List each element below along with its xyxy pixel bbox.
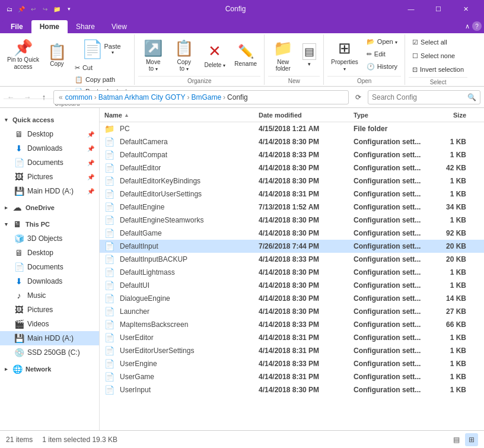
- sidebar-item-mainhdd-qa[interactable]: 💾 Main HDD (A:) 📌: [0, 184, 99, 198]
- sidebar-item-downloads-qa[interactable]: ⬇ Downloads 📌: [0, 141, 99, 155]
- new-folder-quick-icon[interactable]: 📁: [52, 4, 62, 14]
- search-box[interactable]: 🔍: [368, 90, 480, 104]
- table-row[interactable]: 📄 DefaultEngineSteamworks 4/14/2018 8:30…: [100, 214, 484, 227]
- undo-icon[interactable]: ↩: [28, 4, 38, 14]
- pin-button[interactable]: 📌 Pin to Quickaccess: [4, 36, 43, 75]
- paste-button[interactable]: 📄 Paste ▾: [71, 36, 130, 62]
- file-rows-container: 📁 PC 4/15/2018 1:21 AM File folder 📄 Def…: [100, 122, 484, 396]
- file-date: 4/14/2018 8:30 PM: [259, 307, 354, 316]
- table-row[interactable]: 📄 UserEngine 4/14/2018 8:33 PM Configura…: [100, 357, 484, 370]
- redo-icon[interactable]: ↪: [40, 4, 50, 14]
- tab-share[interactable]: Share: [68, 20, 103, 33]
- tab-file[interactable]: File: [2, 20, 31, 33]
- copy-button[interactable]: 📋 Copy: [44, 36, 70, 75]
- sidebar-section-onedrive[interactable]: ▸ ☁ OneDrive: [0, 201, 99, 215]
- table-row[interactable]: 📄 DefaultCompat 4/14/2018 8:33 PM Config…: [100, 148, 484, 161]
- sidebar-item-documents-qa[interactable]: 📄 Documents 📌: [0, 155, 99, 170]
- forward-button[interactable]: →: [20, 90, 34, 104]
- table-row[interactable]: 📁 PC 4/15/2018 1:21 AM File folder: [100, 122, 484, 135]
- table-row[interactable]: 📄 DefaultGame 4/14/2018 8:30 PM Configur…: [100, 227, 484, 240]
- maximize-button[interactable]: ☐: [425, 0, 452, 18]
- select-all-button[interactable]: ☑ Select all: [409, 36, 467, 49]
- edit-button[interactable]: ✏ Edit: [363, 48, 401, 60]
- downloads2-label: Downloads: [27, 277, 62, 285]
- properties-button[interactable]: ⊞ Properties▾: [327, 36, 362, 75]
- large-icons-view-button[interactable]: ⊞: [465, 433, 478, 446]
- invert-selection-button[interactable]: ⊡ Invert selection: [409, 63, 467, 76]
- sidebar-item-music[interactable]: ♪ Music: [0, 288, 99, 303]
- rename-button[interactable]: ✏️ Rename: [231, 36, 260, 75]
- details-view-button[interactable]: ▤: [450, 433, 463, 446]
- minimize-button[interactable]: —: [397, 0, 425, 18]
- table-row[interactable]: 📄 UserEditorUserSettings 4/14/2018 8:31 …: [100, 344, 484, 357]
- sidebar-section-quick-access[interactable]: ▾ Quick access: [0, 113, 99, 127]
- ribbon-group-open: ⊞ Properties▾ 📂 Open ▾ ✏ Edit 🕐 History …: [324, 34, 405, 85]
- table-row[interactable]: 📄 DialogueEngine 4/14/2018 8:30 PM Confi…: [100, 292, 484, 305]
- table-row[interactable]: 📄 UserInput 4/14/2018 8:30 PM Configurat…: [100, 383, 484, 396]
- col-header-date[interactable]: Date modified: [259, 112, 354, 119]
- table-row[interactable]: 📄 DefaultEditorUserSettings 4/14/2018 8:…: [100, 188, 484, 201]
- sidebar-item-desktop-pc[interactable]: 🖥 Desktop: [0, 246, 99, 260]
- table-row[interactable]: 📄 DefaultLightmass 4/14/2018 8:30 PM Con…: [100, 266, 484, 279]
- sidebar: ▾ Quick access 🖥 Desktop 📌 ⬇ Downloads 📌…: [0, 108, 100, 430]
- sidebar-item-pictures-qa[interactable]: 🖼 Pictures 📌: [0, 170, 99, 184]
- up-button[interactable]: ↑: [37, 90, 51, 104]
- table-row[interactable]: 📄 DefaultUI 4/14/2018 8:30 PM Configurat…: [100, 279, 484, 292]
- col-header-size[interactable]: Size: [431, 112, 466, 119]
- sidebar-item-ssd[interactable]: 💿 SSD 250GB (C:): [0, 345, 99, 360]
- file-name-cell: 📄 DefaultCompat: [104, 150, 259, 160]
- ribbon-group-new: 📁 Newfolder ▤ ▾ New: [265, 34, 324, 85]
- table-row[interactable]: 📄 DefaultEditorKeyBindings 4/14/2018 8:3…: [100, 174, 484, 188]
- close-button[interactable]: ✕: [452, 0, 479, 18]
- col-header-type[interactable]: Type: [354, 112, 431, 119]
- back-button[interactable]: ←: [4, 90, 18, 104]
- select-none-button[interactable]: ☐ Select none: [409, 49, 467, 62]
- sidebar-item-pictures-pc[interactable]: 🖼 Pictures: [0, 303, 99, 317]
- tab-view[interactable]: View: [103, 20, 135, 33]
- table-row[interactable]: 📄 DefaultEditor 4/14/2018 8:30 PM Config…: [100, 161, 484, 174]
- file-list-area[interactable]: Name ▲ Date modified Type Size 📁 PC 4/15…: [100, 108, 484, 430]
- file-type: Configuration sett...: [354, 373, 431, 381]
- col-header-name[interactable]: Name ▲: [104, 112, 259, 119]
- pin-indicator: 📌: [87, 131, 94, 138]
- table-row[interactable]: 📄 DefaultEngine 7/13/2018 1:52 AM Config…: [100, 201, 484, 214]
- help-icon[interactable]: ?: [472, 21, 482, 31]
- ssd-label: SSD 250GB (C:): [27, 348, 80, 357]
- ribbon-collapse-icon[interactable]: ∧: [465, 23, 470, 30]
- table-row[interactable]: 📄 DefaultCamera 4/14/2018 8:30 PM Config…: [100, 135, 484, 148]
- sidebar-item-videos[interactable]: 🎬 Videos: [0, 317, 99, 331]
- delete-button[interactable]: ✕ Delete ▾: [200, 36, 230, 75]
- open-button[interactable]: 📂 Open ▾: [363, 36, 401, 47]
- breadcrumb-batman[interactable]: Batman Arkham City GOTY: [98, 93, 186, 101]
- sidebar-item-downloads-pc[interactable]: ⬇ Downloads: [0, 274, 99, 288]
- sidebar-item-mainhdd-pc[interactable]: 💾 Main HDD (A:): [0, 331, 99, 345]
- new-folder-button[interactable]: 📁 Newfolder: [268, 36, 298, 75]
- breadcrumb-common[interactable]: common: [65, 93, 93, 101]
- move-to-button[interactable]: ↗️ Moveto ▾: [138, 36, 168, 75]
- sidebar-section-thispc[interactable]: ▾ 🖥 This PC: [0, 217, 99, 231]
- refresh-button[interactable]: ⟳: [351, 90, 365, 104]
- copy-path-button[interactable]: 📋 Copy path: [71, 74, 130, 85]
- sidebar-section-network[interactable]: ▸ 🌐 Network: [0, 362, 99, 376]
- file-type: Configuration sett...: [354, 229, 431, 237]
- sidebar-item-desktop-qa[interactable]: 🖥 Desktop 📌: [0, 127, 99, 141]
- sidebar-item-3dobjects[interactable]: 🧊 3D Objects: [0, 231, 99, 246]
- copy-to-button[interactable]: 📋 Copyto ▾: [169, 36, 199, 75]
- search-input[interactable]: [372, 93, 467, 101]
- cut-button[interactable]: ✂ Cut: [71, 62, 130, 74]
- breadcrumb[interactable]: « common › Batman Arkham City GOTY › BmG…: [53, 90, 349, 104]
- breadcrumb-bmgame[interactable]: BmGame: [191, 93, 221, 101]
- quick-access-icon[interactable]: 📌: [17, 4, 26, 14]
- table-row[interactable]: 📄 DefaultInputBACKUP 4/14/2018 8:33 PM C…: [100, 253, 484, 266]
- tab-home[interactable]: Home: [31, 20, 68, 33]
- table-row[interactable]: 📄 UserGame 4/14/2018 8:31 PM Configurati…: [100, 370, 484, 383]
- table-row[interactable]: 📄 MapItemsBackscreen 4/14/2018 8:33 PM C…: [100, 318, 484, 331]
- history-button[interactable]: 🕐 History: [363, 61, 401, 72]
- sidebar-item-documents-pc[interactable]: 📄 Documents: [0, 260, 99, 274]
- properties-quick-icon[interactable]: ▾: [64, 4, 74, 14]
- pin-indicator3: 📌: [87, 160, 94, 166]
- new-item-button[interactable]: ▤ ▾: [299, 36, 320, 75]
- table-row[interactable]: 📄 DefaultInput 7/26/2018 7:44 PM Configu…: [100, 240, 484, 253]
- table-row[interactable]: 📄 Launcher 4/14/2018 8:30 PM Configurati…: [100, 305, 484, 318]
- table-row[interactable]: 📄 UserEditor 4/14/2018 8:31 PM Configura…: [100, 331, 484, 344]
